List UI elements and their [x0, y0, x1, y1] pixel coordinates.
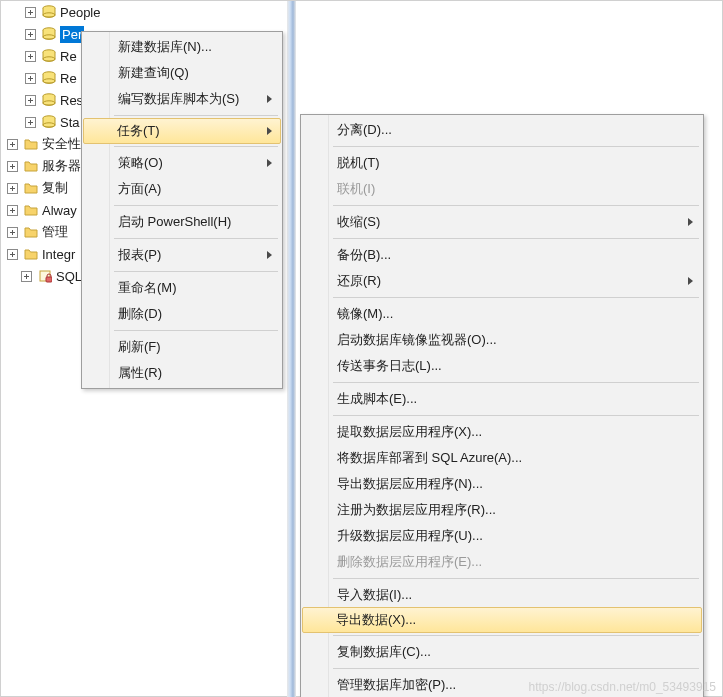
- menu-separator: [333, 668, 699, 669]
- menu-separator: [333, 382, 699, 383]
- tree-item-label: Alway: [42, 203, 77, 218]
- menu-item[interactable]: 提取数据层应用程序(X)...: [303, 419, 701, 445]
- menu-item[interactable]: 新建数据库(N)...: [84, 34, 280, 60]
- menu-item[interactable]: 脱机(T): [303, 150, 701, 176]
- tree-item-label: Integr: [42, 247, 75, 262]
- expand-icon[interactable]: [25, 73, 36, 84]
- menu-item[interactable]: 编写数据库脚本为(S): [84, 86, 280, 112]
- folder-icon: [24, 137, 38, 151]
- menu-item[interactable]: 生成脚本(E)...: [303, 386, 701, 412]
- menu-item-label: 注册为数据层应用程序(R)...: [337, 501, 496, 519]
- menu-item-label: 删除(D): [118, 305, 162, 323]
- tree-item[interactable]: People: [1, 1, 291, 23]
- menu-item-label: 方面(A): [118, 180, 161, 198]
- tree-item-label: 安全性: [42, 135, 81, 153]
- menu-separator: [333, 238, 699, 239]
- menu-item[interactable]: 升级数据层应用程序(U)...: [303, 523, 701, 549]
- menu-item[interactable]: 收缩(S): [303, 209, 701, 235]
- menu-separator: [333, 578, 699, 579]
- menu-item-label: 新建查询(Q): [118, 64, 189, 82]
- menu-item[interactable]: 将数据库部署到 SQL Azure(A)...: [303, 445, 701, 471]
- menu-separator: [114, 238, 278, 239]
- menu-separator: [114, 146, 278, 147]
- menu-item-label: 编写数据库脚本为(S): [118, 90, 239, 108]
- menu-item[interactable]: 启动数据库镜像监视器(O)...: [303, 327, 701, 353]
- menu-item-label: 传送事务日志(L)...: [337, 357, 442, 375]
- menu-item-label: 镜像(M)...: [337, 305, 393, 323]
- menu-item[interactable]: 报表(P): [84, 242, 280, 268]
- watermark: https://blog.csdn.net/m0_53493915: [529, 680, 716, 694]
- menu-item-label: 策略(O): [118, 154, 163, 172]
- expand-icon[interactable]: [7, 161, 18, 172]
- menu-item[interactable]: 分离(D)...: [303, 117, 701, 143]
- menu-item-label: 任务(T): [117, 122, 160, 140]
- tree-item-label: People: [60, 5, 100, 20]
- chevron-right-icon: [267, 159, 272, 167]
- expand-icon[interactable]: [25, 29, 36, 40]
- menu-item[interactable]: 传送事务日志(L)...: [303, 353, 701, 379]
- menu-item-label: 将数据库部署到 SQL Azure(A)...: [337, 449, 522, 467]
- menu-item[interactable]: 注册为数据层应用程序(R)...: [303, 497, 701, 523]
- menu-item[interactable]: 导出数据(X)...: [302, 607, 702, 633]
- folder-icon: [24, 225, 38, 239]
- menu-separator: [114, 330, 278, 331]
- app-window: PeoplePerReReResSta安全性服务器复制Alway管理Integr…: [0, 0, 723, 697]
- database-icon: [42, 5, 56, 19]
- menu-item[interactable]: 方面(A): [84, 176, 280, 202]
- menu-item: 联机(I): [303, 176, 701, 202]
- folder-icon: [24, 247, 38, 261]
- menu-item[interactable]: 备份(B)...: [303, 242, 701, 268]
- menu-item-label: 收缩(S): [337, 213, 380, 231]
- expand-icon[interactable]: [21, 271, 32, 282]
- menu-separator: [114, 205, 278, 206]
- chevron-right-icon: [267, 127, 272, 135]
- menu-item-label: 提取数据层应用程序(X)...: [337, 423, 482, 441]
- menu-item[interactable]: 刷新(F): [84, 334, 280, 360]
- menu-item[interactable]: 导入数据(I)...: [303, 582, 701, 608]
- menu-separator: [333, 415, 699, 416]
- agent-icon: [38, 269, 52, 283]
- database-icon: [42, 71, 56, 85]
- tree-item-label: Re: [60, 71, 77, 86]
- chevron-right-icon: [267, 95, 272, 103]
- menu-item-label: 导出数据(X)...: [336, 611, 416, 629]
- menu-item-label: 导入数据(I)...: [337, 586, 412, 604]
- expand-icon[interactable]: [7, 249, 18, 260]
- expand-icon[interactable]: [7, 183, 18, 194]
- expand-icon[interactable]: [7, 139, 18, 150]
- tree-item-label: 复制: [42, 179, 68, 197]
- menu-item-label: 备份(B)...: [337, 246, 391, 264]
- tree-item-label: 服务器: [42, 157, 81, 175]
- menu-separator: [333, 635, 699, 636]
- menu-item[interactable]: 策略(O): [84, 150, 280, 176]
- database-icon: [42, 27, 56, 41]
- menu-item-label: 重命名(M): [118, 279, 177, 297]
- tree-item-label: 管理: [42, 223, 68, 241]
- expand-icon[interactable]: [7, 205, 18, 216]
- menu-item[interactable]: 新建查询(Q): [84, 60, 280, 86]
- context-submenu-tasks[interactable]: 分离(D)...脱机(T)联机(I)收缩(S)备份(B)...还原(R)镜像(M…: [300, 114, 704, 697]
- menu-item-label: 属性(R): [118, 364, 162, 382]
- menu-item[interactable]: 属性(R): [84, 360, 280, 386]
- menu-item[interactable]: 任务(T): [83, 118, 281, 144]
- menu-item[interactable]: 导出数据层应用程序(N)...: [303, 471, 701, 497]
- context-menu-database[interactable]: 新建数据库(N)...新建查询(Q)编写数据库脚本为(S)任务(T)策略(O)方…: [81, 31, 283, 389]
- menu-item[interactable]: 启动 PowerShell(H): [84, 209, 280, 235]
- menu-item[interactable]: 镜像(M)...: [303, 301, 701, 327]
- folder-icon: [24, 159, 38, 173]
- svg-rect-13: [46, 277, 52, 282]
- menu-item-label: 联机(I): [337, 180, 375, 198]
- expand-icon[interactable]: [25, 95, 36, 106]
- menu-separator: [333, 205, 699, 206]
- menu-item-label: 复制数据库(C)...: [337, 643, 431, 661]
- database-icon: [42, 115, 56, 129]
- database-icon: [42, 93, 56, 107]
- menu-item[interactable]: 删除(D): [84, 301, 280, 327]
- menu-item[interactable]: 还原(R): [303, 268, 701, 294]
- menu-item[interactable]: 重命名(M): [84, 275, 280, 301]
- menu-item[interactable]: 复制数据库(C)...: [303, 639, 701, 665]
- expand-icon[interactable]: [25, 7, 36, 18]
- expand-icon[interactable]: [25, 117, 36, 128]
- expand-icon[interactable]: [25, 51, 36, 62]
- expand-icon[interactable]: [7, 227, 18, 238]
